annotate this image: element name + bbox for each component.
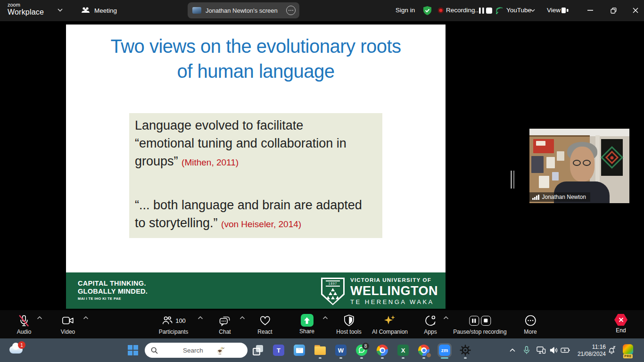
share-screen-button[interactable]: Share (299, 314, 314, 335)
window-restore-button[interactable] (605, 3, 621, 17)
chat-button[interactable]: Chat (219, 314, 231, 335)
window-minimize-button[interactable] (582, 3, 598, 17)
recording-status-label: Recording... (446, 7, 480, 14)
host-tools-button[interactable]: Host tools (336, 314, 361, 335)
apps-icon (424, 314, 437, 327)
presentation-slide: Two views on the evolutionary roots of h… (66, 25, 446, 309)
tray-volume-icon[interactable] (550, 347, 558, 354)
whatsapp-badge: 8 (362, 343, 369, 350)
audio-options-chevron[interactable] (37, 316, 42, 320)
windows-taskbar: 1 Search (0, 338, 644, 362)
audio-button[interactable]: Audio (17, 314, 32, 335)
participant-name-tag: Jonathan Newton (529, 192, 590, 202)
end-meeting-icon (614, 314, 627, 326)
mic-muted-icon (18, 314, 30, 327)
chat-options-chevron[interactable] (240, 316, 245, 320)
taskbar-app-word[interactable]: W (331, 341, 350, 360)
apps-button[interactable]: Apps (424, 314, 437, 335)
heart-icon (259, 314, 271, 327)
teams-icon: T (273, 345, 284, 356)
start-button[interactable] (124, 341, 142, 360)
video-button[interactable]: Video (61, 314, 75, 335)
security-shield-icon[interactable] (423, 6, 432, 16)
taskbar-app-excel[interactable]: X (394, 341, 413, 360)
brand-workplace-text: Workplace (8, 8, 44, 16)
participants-options-chevron[interactable] (198, 316, 203, 320)
whatsapp-icon: 8 (356, 345, 367, 356)
tray-show-hidden-icons[interactable] (510, 349, 515, 352)
taskbar-search-box[interactable]: Search (145, 343, 248, 358)
banner-motto: CAPITAL THINKING. GLOBALLY MINDED. MAI I… (78, 280, 148, 301)
sign-in-link[interactable]: Sign in (396, 7, 415, 14)
windows-logo-icon (128, 345, 138, 355)
taskbar-app-chrome[interactable] (373, 341, 392, 360)
copilot-pre-badge: PRE (623, 354, 633, 358)
profile-avatar-dot (426, 353, 431, 358)
stop-recording-icon[interactable] (486, 8, 492, 14)
ai-companion-button[interactable]: AI Companion (372, 314, 408, 335)
taskbar-app-teams[interactable]: T (269, 341, 288, 360)
share-options-chevron[interactable] (323, 316, 328, 320)
more-button[interactable]: More (524, 314, 537, 335)
youtube-stream-label[interactable]: YouTube (506, 7, 531, 14)
pause-recording-icon[interactable] (469, 316, 479, 326)
tab-meeting[interactable]: Meeting (78, 4, 120, 17)
more-ellipsis-icon (524, 314, 537, 327)
tray-cast-display-icon[interactable] (537, 346, 546, 354)
citation-von-heiseler: (von Heiseler, 2014) (221, 219, 301, 229)
slide-quote-box: Language evolved to facilitate “emotiona… (129, 113, 382, 238)
night-hub-poster (601, 139, 623, 176)
view-button-label[interactable]: View (547, 7, 561, 14)
tray-clock[interactable]: 11:16 21/08/2024 (578, 344, 606, 357)
view-layout-icon[interactable] (561, 7, 569, 14)
end-meeting-button[interactable]: End (614, 314, 627, 334)
participants-button[interactable]: 100 Participants (159, 314, 189, 335)
quote-1: Language evolved to facilitate “emotiona… (135, 116, 377, 172)
pause-stop-recording-button[interactable]: Pause/stop recording (453, 314, 506, 335)
chevron-down-icon[interactable] (58, 8, 63, 12)
slide-title-line1: Two views on the evolutionary roots (66, 34, 446, 59)
meeting-controls-toolbar: Audio Video 100 Participants (0, 310, 644, 338)
tray-microphone-icon[interactable] (524, 346, 530, 354)
apps-options-chevron[interactable] (444, 316, 449, 320)
zoom-title-bar: zoom Workplace Meeting Jonathan Newton's… (0, 0, 644, 21)
host-tools-shield-icon (343, 314, 355, 327)
camera-icon (62, 314, 74, 327)
chevron-down-icon[interactable] (530, 9, 535, 12)
search-placeholder: Search (183, 347, 211, 354)
tab-meeting-label: Meeting (94, 7, 117, 14)
tab-shared-screen[interactable]: Jonathan Newton's screen (188, 2, 299, 18)
window-close-button[interactable] (627, 3, 644, 17)
live-stream-signal-icon (495, 7, 504, 15)
tray-battery-icon[interactable] (561, 347, 570, 353)
university-wordmark: VICTORIA UNIVERSITY OF WELLINGTON TE HER… (350, 277, 438, 306)
search-icon (151, 347, 179, 354)
citation-mithen: (Mithen, 2011) (182, 157, 239, 167)
taskbar-app-settings[interactable] (456, 341, 475, 360)
taskbar-app-chrome-profile2[interactable] (414, 341, 433, 360)
taskbar-app-whatsapp[interactable]: 8 (352, 341, 371, 360)
university-shield-icon: 1897 (321, 278, 345, 305)
taskbar-app-file-explorer[interactable] (311, 341, 330, 360)
taskbar-app-mail[interactable] (290, 341, 309, 360)
stop-recording-icon[interactable] (481, 316, 491, 326)
recording-dot-icon (438, 8, 444, 13)
video-options-chevron[interactable] (83, 316, 89, 320)
ai-sparkle-icon (384, 314, 396, 327)
widgets-button[interactable]: 1 (8, 342, 25, 358)
search-highlight-bird-icon[interactable] (215, 345, 243, 355)
pause-recording-icon[interactable] (479, 8, 484, 14)
task-view-button[interactable] (248, 341, 267, 360)
university-logo: 1897 VICTORIA UNIVERSITY OF WELLINGTON T… (321, 277, 438, 306)
quote-2: “... both language and brain are adapted… (135, 196, 377, 233)
participant-video-tile[interactable]: Jonathan Newton (529, 129, 629, 203)
video-panel-drag-handle[interactable] (511, 171, 514, 189)
taskbar-app-zoom-active[interactable]: zm (435, 341, 454, 360)
copilot-preview-icon[interactable]: PRE (623, 344, 633, 354)
more-options-icon[interactable] (286, 6, 296, 15)
word-icon: W (335, 345, 347, 356)
tray-notifications-bell-icon[interactable] (607, 346, 616, 355)
university-banner: CAPITAL THINKING. GLOBALLY MINDED. MAI I… (66, 272, 446, 309)
react-button[interactable]: React (257, 314, 272, 335)
participants-count: 100 (175, 317, 186, 324)
